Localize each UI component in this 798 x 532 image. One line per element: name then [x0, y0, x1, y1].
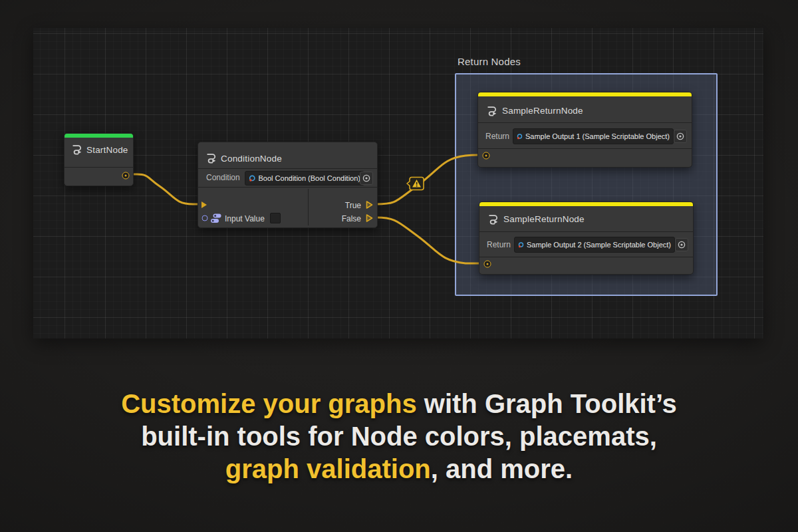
flow-icon: [487, 212, 500, 225]
object-picker-icon: [362, 174, 371, 183]
warning-exclamation-dot: [416, 186, 418, 187]
object-picker-button[interactable]: [674, 130, 687, 143]
return-label: Return: [487, 240, 511, 249]
node-divider: [478, 122, 692, 123]
node-color-bar: [65, 134, 133, 138]
flow-icon: [70, 142, 84, 156]
data-in-port[interactable]: [202, 215, 208, 221]
return-object-field[interactable]: Sample Output 1 (Sample Scriptable Objec…: [513, 128, 674, 144]
exec-out-port[interactable]: [366, 214, 373, 223]
caption: Customize your graphs with Graph Toolkit…: [0, 388, 798, 485]
return-object-field[interactable]: Sample Output 2 (Sample Scriptable Objec…: [514, 237, 675, 253]
object-picker-icon: [676, 132, 685, 141]
caption-rest-3: , and more.: [431, 454, 573, 483]
scriptable-object-icon: [249, 174, 256, 183]
port-dot: [487, 263, 489, 265]
object-picker-icon: [677, 240, 686, 249]
node-startnode[interactable]: StartNode: [64, 133, 134, 186]
node-divider: [198, 168, 377, 169]
caption-highlight-3: graph validation: [225, 454, 431, 483]
node-conditionnode[interactable]: ConditionNode Condition Bool Condition (…: [198, 142, 378, 228]
node-divider: [479, 257, 693, 257]
return-field-value: Sample Output 2 (Sample Scriptable Objec…: [527, 241, 671, 249]
true-port-label: True: [345, 201, 361, 210]
port-dot: [485, 155, 487, 157]
condition-field-value: Bool Condition (Bool Condition): [259, 174, 360, 182]
exec-out-port[interactable]: [122, 172, 130, 180]
input-value-checkbox[interactable]: [270, 213, 281, 223]
object-picker-button[interactable]: [360, 172, 373, 185]
caption-rest-1: with Graph Toolkit’s: [417, 389, 677, 418]
graph-canvas[interactable]: Return Nodes StartNode Conditi: [33, 28, 763, 338]
node-divider: [198, 187, 377, 188]
node-divider: [478, 148, 692, 149]
caption-line-3: graph validation, and more.: [0, 453, 798, 485]
caption-highlight-1: Customize your graphs: [121, 389, 417, 418]
exec-out-port[interactable]: [366, 201, 373, 209]
exec-in-port[interactable]: [201, 201, 207, 208]
scriptable-object-icon: [518, 241, 524, 249]
caption-line-1: Customize your graphs with Graph Toolkit…: [0, 388, 798, 420]
data-pills-icon: [210, 213, 222, 223]
node-title: ConditionNode: [221, 154, 282, 164]
return-field-value: Sample Output 1 (Sample Scriptable Objec…: [525, 132, 670, 140]
return-label: Return: [485, 132, 509, 141]
condition-object-field[interactable]: Bool Condition (Bool Condition): [245, 171, 364, 186]
warning-badge[interactable]: [406, 176, 426, 193]
flow-icon: [485, 104, 499, 117]
node-color-bar: [478, 92, 692, 96]
object-picker-button[interactable]: [675, 238, 688, 251]
node-color-bar: [479, 202, 693, 206]
wire-start-to-condition[interactable]: [125, 174, 200, 204]
node-samplereturnnode-2[interactable]: SampleReturnNode Return Sample Output 2 …: [479, 201, 694, 275]
port-column-divider: [308, 189, 309, 225]
warning-exclamation: [416, 182, 418, 185]
node-title: StartNode: [86, 145, 128, 155]
false-port-label: False: [342, 214, 361, 223]
node-title: SampleReturnNode: [503, 214, 585, 224]
caption-line-2: built-in tools for Node colors, placemat…: [0, 420, 798, 453]
flow-icon: [205, 151, 218, 164]
input-value-label: Input Value: [225, 214, 265, 223]
placemat-title[interactable]: Return Nodes: [458, 56, 521, 67]
marketing-poster: Return Nodes StartNode Conditi: [0, 0, 798, 532]
node-samplereturnnode-1[interactable]: SampleReturnNode Return Sample Output 1 …: [477, 92, 692, 168]
exec-in-port[interactable]: [483, 152, 490, 160]
node-divider: [65, 167, 133, 168]
condition-label: Condition: [206, 173, 240, 182]
exec-in-port[interactable]: [484, 261, 491, 268]
scriptable-object-icon: [517, 132, 523, 141]
port-dot: [125, 175, 127, 177]
node-title: SampleReturnNode: [502, 106, 583, 116]
node-divider: [479, 231, 693, 232]
